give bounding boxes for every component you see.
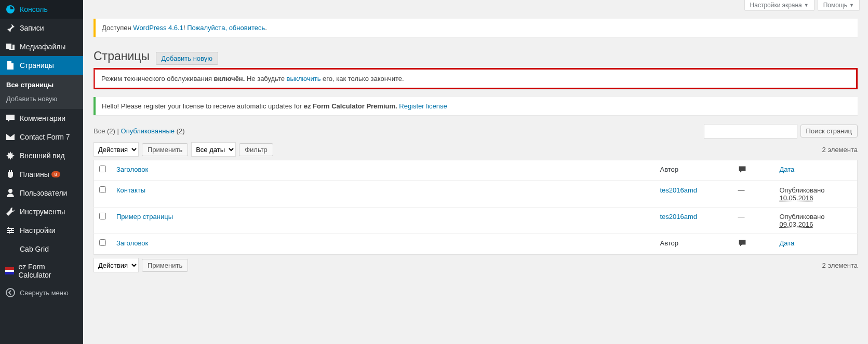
register-license-link[interactable]: Register license: [399, 102, 447, 110]
date-value: 09.03.2016: [780, 221, 813, 228]
sidebar-item-settings[interactable]: Настройки: [0, 221, 83, 240]
filter-button[interactable]: Фильтр: [239, 143, 273, 156]
author-link[interactable]: tes2016amd: [660, 186, 698, 194]
col-author-footer: Автор: [655, 234, 733, 255]
chevron-down-icon: ▼: [804, 3, 809, 8]
sidebar-item-label: Инструменты: [20, 208, 65, 216]
status-filters: Все (2) | Опубликованные (2): [94, 127, 185, 135]
date-status: Опубликовано: [780, 213, 825, 221]
sidebar-item-pages[interactable]: Страницы: [0, 56, 83, 75]
help-tab[interactable]: Помощь▼: [818, 0, 860, 11]
media-icon: [5, 42, 16, 52]
sidebar-item-label: Настройки: [20, 226, 56, 235]
sidebar-item-label: Комментарии: [20, 114, 65, 122]
search-box: Поиск страниц: [704, 124, 858, 139]
disable-maintenance-link[interactable]: выключить: [287, 75, 321, 82]
col-comments-footer: [733, 234, 774, 255]
main-content: Настройки экрана▼ Помощь▼ Доступен WordP…: [83, 0, 868, 272]
sidebar-item-label: Пользователи: [20, 189, 67, 197]
page-title-link[interactable]: Пример страницы: [116, 213, 173, 221]
comments-count: —: [738, 213, 745, 221]
users-icon: [5, 188, 16, 198]
submenu-all-pages[interactable]: Все страницы: [0, 78, 83, 92]
sidebar-item-plugins[interactable]: Плагины 8: [0, 165, 83, 184]
search-input[interactable]: [704, 124, 797, 139]
items-count: 2 элемента: [822, 146, 858, 154]
select-all-checkbox-footer[interactable]: [99, 239, 106, 246]
sidebar-item-label: Медиафайлы: [20, 43, 65, 51]
pages-icon: [5, 60, 16, 71]
page-title: Страницы: [94, 45, 150, 65]
col-author: Автор: [655, 160, 733, 181]
admin-sidebar: Консоль Записи Медиафайлы Страницы Все с…: [0, 0, 83, 276]
select-all-checkbox[interactable]: [99, 166, 106, 172]
plugins-badge: 8: [51, 171, 60, 177]
pages-submenu: Все страницы Добавить новую: [0, 75, 83, 109]
col-title-footer[interactable]: Заголовок: [116, 239, 148, 247]
sidebar-item-appearance[interactable]: Внешний вид: [0, 146, 83, 165]
please-update-link[interactable]: Пожалуйста, обновитесь: [187, 24, 265, 32]
sidebar-item-label: Страницы: [20, 61, 54, 70]
bulk-action-select-bottom[interactable]: Действия: [94, 258, 139, 272]
sidebar-item-users[interactable]: Пользователи: [0, 184, 83, 202]
sidebar-item-cf7[interactable]: Contact Form 7: [0, 128, 83, 146]
apply-button[interactable]: Применить: [142, 143, 188, 156]
sidebar-item-tools[interactable]: Инструменты: [0, 202, 83, 221]
filter-published-count: (2): [177, 127, 185, 135]
sidebar-item-dashboard[interactable]: Консоль: [0, 0, 83, 19]
col-date-footer[interactable]: Дата: [780, 239, 795, 247]
sidebar-item-label: Внешний вид: [20, 152, 65, 160]
filter-all-count: (2): [107, 127, 115, 135]
bulk-action-select[interactable]: Действия: [94, 142, 139, 157]
sidebar-item-label: Записи: [20, 24, 44, 32]
filter-published-link[interactable]: Опубликованные: [121, 127, 175, 135]
sidebar-item-label: Contact Form 7: [20, 133, 70, 141]
col-title[interactable]: Заголовок: [116, 166, 148, 173]
page-title-link[interactable]: Контакты: [116, 186, 145, 194]
sidebar-item-cabgrid[interactable]: Cab Grid: [0, 240, 83, 258]
wordpress-version-link[interactable]: WordPress 4.6.1: [133, 24, 183, 32]
maintenance-notice: Режим технического обслуживания включён.…: [94, 68, 858, 89]
sidebar-item-media[interactable]: Медиафайлы: [0, 37, 83, 56]
tablenav-top: Действия Применить Все даты Фильтр 2 эле…: [94, 142, 858, 157]
row-checkbox[interactable]: [99, 213, 106, 219]
screen-options-tab[interactable]: Настройки экрана▼: [744, 0, 814, 11]
sidebar-item-label: Консоль: [20, 5, 48, 13]
items-count-bottom: 2 элемента: [822, 262, 858, 269]
apply-button-bottom[interactable]: Применить: [142, 259, 188, 272]
dashboard-icon: [5, 4, 16, 15]
sidebar-item-posts[interactable]: Записи: [0, 19, 83, 37]
row-checkbox[interactable]: [99, 186, 106, 193]
comments-count: —: [738, 186, 745, 194]
tablenav-bottom: Действия Применить 2 элемента: [94, 258, 858, 272]
ezfc-icon: [5, 267, 14, 274]
pages-table: Заголовок Автор Дата Контакты tes2016amd…: [94, 160, 858, 255]
plugins-icon: [5, 169, 16, 180]
pin-icon: [5, 23, 16, 33]
generic-icon: [5, 244, 16, 254]
screen-meta: Настройки экрана▼ Помощь▼: [83, 0, 868, 11]
ezfc-notice: Hello! Please register your license to r…: [94, 97, 858, 115]
date-filter-select[interactable]: Все даты: [191, 142, 236, 157]
update-notice: Доступен WordPress 4.6.1! Пожалуйста, об…: [94, 19, 858, 37]
comments-icon: [5, 113, 16, 123]
appearance-icon: [5, 150, 16, 161]
mail-icon: [5, 132, 16, 142]
filter-all-label: Все: [94, 127, 105, 135]
sidebar-item-label: Плагины: [20, 170, 49, 178]
add-new-button[interactable]: Добавить новую: [156, 52, 218, 65]
comment-bubble-icon: [738, 239, 746, 246]
author-link[interactable]: tes2016amd: [660, 213, 698, 221]
search-button[interactable]: Поиск страниц: [800, 125, 858, 137]
settings-icon: [5, 225, 16, 236]
submenu-add-new[interactable]: Добавить новую: [0, 92, 83, 106]
date-value: 10.05.2016: [780, 194, 813, 202]
sidebar-item-comments[interactable]: Комментарии: [0, 109, 83, 128]
chevron-down-icon: ▼: [849, 3, 854, 8]
col-date[interactable]: Дата: [780, 166, 795, 173]
sidebar-item-ezfc[interactable]: ez Form Calculator: [0, 258, 83, 276]
tools-icon: [5, 207, 16, 217]
sidebar-item-label: ez Form Calculator: [18, 263, 78, 276]
table-row: Пример страницы tes2016amd — Опубликован…: [94, 208, 858, 234]
sidebar-item-label: Cab Grid: [20, 245, 49, 253]
